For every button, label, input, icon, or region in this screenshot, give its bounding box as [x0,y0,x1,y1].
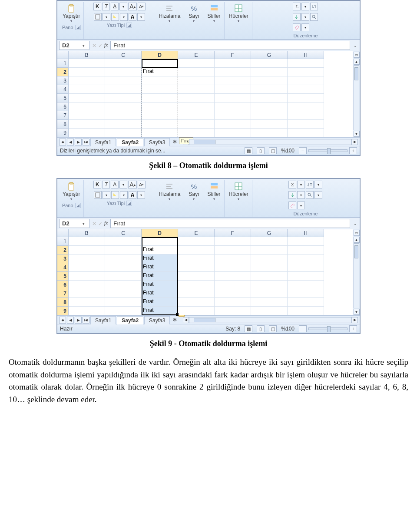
cell[interactable] [178,76,215,85]
find-more[interactable]: ▾ [314,191,322,199]
cell[interactable] [105,94,142,102]
cell[interactable] [288,307,324,315]
sheet-tab[interactable]: Sayfa2 [117,316,143,324]
cell[interactable] [178,307,215,315]
cell[interactable] [105,289,142,298]
col-header[interactable]: G [251,51,288,59]
cell[interactable] [251,102,288,111]
row-header[interactable]: 2 [57,246,69,254]
tab-first-icon[interactable]: ⏮ [59,139,66,145]
cell[interactable] [251,68,288,76]
scroll-right-icon[interactable]: ▶ [352,139,358,145]
cell-d6[interactable]: Fırat [142,281,178,289]
cell[interactable] [178,246,215,254]
bold-button[interactable]: K [93,181,101,188]
dialog-launcher[interactable]: ◢ [126,201,132,206]
alignment-button[interactable]: Hizalama ▾ [157,3,182,24]
scroll-thumb[interactable] [354,67,358,80]
tab-next-icon[interactable]: ▶ [75,139,82,145]
view-break-icon[interactable]: ◫ [269,147,277,154]
cell-d7[interactable]: Fırat [142,289,178,298]
number-button[interactable]: % Sayı ▾ [187,3,201,24]
cell[interactable] [215,263,251,272]
paste-button[interactable]: Yapıştır ▾ [61,3,82,24]
tab-first-icon[interactable]: ⏮ [59,317,66,324]
cell[interactable] [142,94,178,102]
cell[interactable] [178,254,215,263]
fill-color-button[interactable] [111,191,119,199]
cell[interactable] [288,254,324,263]
cell[interactable] [105,281,142,289]
row-header[interactable]: 5 [57,272,69,281]
row-header[interactable]: 5 [57,94,69,102]
col-header[interactable]: F [215,229,251,237]
col-header[interactable]: C [105,229,142,237]
cell[interactable] [69,272,105,281]
cell[interactable] [251,263,288,272]
fill-button[interactable] [293,13,301,21]
col-header[interactable]: B [69,229,105,237]
cancel-formula-icon[interactable]: ✕ [92,43,96,49]
view-page-icon[interactable]: ▯ [257,147,265,154]
cell[interactable] [251,85,288,94]
row-header[interactable]: 3 [57,254,69,263]
cell[interactable] [105,111,142,120]
number-button[interactable]: % Sayı ▾ [187,181,201,202]
scroll-split-icon[interactable]: ▭ [354,230,360,236]
borders-more[interactable]: ▾ [103,13,110,21]
cell[interactable] [215,237,251,246]
cell[interactable] [215,85,251,94]
name-box[interactable]: D2 ▾ [59,41,89,50]
cell[interactable] [215,120,251,129]
cell[interactable] [288,237,324,246]
formula-bar[interactable]: Fırat [110,219,350,228]
cell[interactable] [69,129,105,137]
cell[interactable] [69,94,105,102]
tab-prev-icon[interactable]: ◀ [67,317,74,324]
scroll-up-icon[interactable]: ▲ [354,237,360,243]
cell[interactable] [105,76,142,85]
vertical-scrollbar[interactable]: ▭ ▲ ▼ [353,51,360,137]
zoom-in-icon[interactable]: + [349,325,357,332]
zoom-slider[interactable]: − + [299,325,357,332]
underline-button[interactable]: A [111,181,119,188]
cell[interactable] [142,76,178,85]
fill-color-more[interactable]: ▾ [120,191,128,199]
cell-d4[interactable]: Fırat [142,263,178,272]
sheet-tab[interactable]: Sayfa1 [90,138,116,146]
cell[interactable] [142,129,178,137]
dialog-launcher[interactable]: ◢ [75,203,81,208]
cell[interactable] [288,281,324,289]
cell[interactable] [215,102,251,111]
cell[interactable] [215,94,251,102]
sort-more[interactable]: ▾ [314,181,322,188]
cell[interactable] [178,111,215,120]
cell[interactable] [251,59,288,68]
cell[interactable] [251,281,288,289]
cell[interactable] [69,111,105,120]
cell[interactable] [215,298,251,307]
fill-more[interactable]: ▾ [297,191,305,199]
col-header[interactable]: E [178,229,215,237]
row-header[interactable]: 1 [57,237,69,246]
cancel-formula-icon[interactable]: ✕ [92,221,96,227]
underline-more[interactable]: ▾ [119,181,127,188]
cell-d9[interactable]: Fırat▦ [142,307,178,315]
autosum-more[interactable]: ▾ [297,181,305,188]
cell[interactable] [178,102,215,111]
cell[interactable] [105,272,142,281]
row-header[interactable]: 8 [57,298,69,307]
row-header[interactable]: 6 [57,281,69,289]
borders-button[interactable] [94,13,102,21]
cell[interactable] [288,120,324,129]
cell[interactable] [105,298,142,307]
scroll-right-icon[interactable]: ▶ [352,317,358,323]
scroll-up-icon[interactable]: ▲ [354,59,360,65]
grow-font-button[interactable]: A▴ [128,181,136,188]
cell[interactable] [215,272,251,281]
cell[interactable] [215,307,251,315]
autosum-more[interactable]: ▾ [301,3,309,10]
view-normal-icon[interactable]: ▦ [245,325,252,332]
cell[interactable] [251,272,288,281]
sheet-tab[interactable]: Sayfa3 [144,316,170,324]
